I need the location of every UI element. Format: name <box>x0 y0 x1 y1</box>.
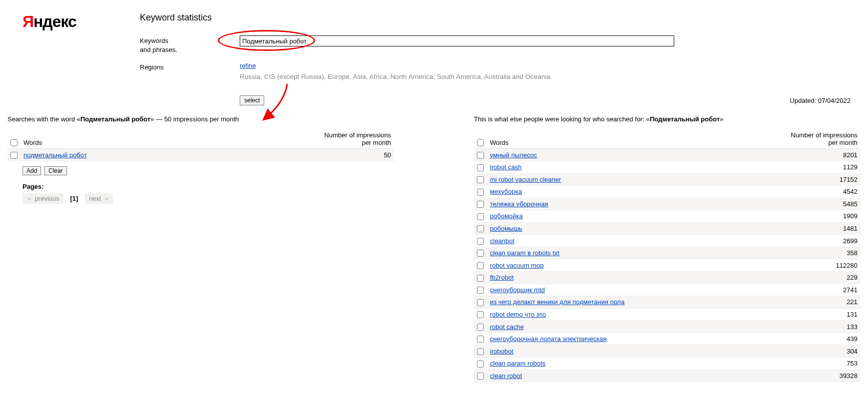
row-checkbox[interactable] <box>477 361 484 368</box>
keyword-link[interactable]: тележка уборочная <box>490 200 548 208</box>
table-row: тележка уборочная5485 <box>474 198 861 210</box>
keyword-link[interactable]: clean param в robots txt <box>490 249 559 257</box>
table-row: robot cache133 <box>474 321 861 333</box>
row-checkbox[interactable] <box>477 311 484 318</box>
table-row: мехуборка4542 <box>474 186 861 198</box>
impressions-value: 4542 <box>733 186 861 198</box>
keyword-link[interactable]: clean robot <box>490 372 522 380</box>
keyword-link[interactable]: снегоуборочная лопата электрическая <box>490 335 607 343</box>
keyword-link[interactable]: cleanbot <box>490 237 514 245</box>
table-row: снегоуборочная лопата электрическая439 <box>474 333 861 345</box>
table-row: mi robot vacuum cleaner17152 <box>474 173 861 186</box>
left-table: Words Number of impressionsper month под… <box>7 129 394 161</box>
keyword-link[interactable]: подметальный робот <box>23 151 87 159</box>
updated-text: Updated: 07/04/2022 <box>790 97 851 104</box>
impressions-value: 304 <box>733 345 861 358</box>
table-row: robot vacuum mop112280 <box>474 259 861 272</box>
impressions-value: 753 <box>733 357 861 370</box>
keyword-link[interactable]: clean param robots <box>490 360 545 367</box>
row-checkbox[interactable] <box>477 373 484 380</box>
right-select-all-checkbox[interactable] <box>477 139 484 146</box>
impressions-value: 1909 <box>733 210 861 223</box>
impressions-value: 229 <box>733 272 861 284</box>
row-checkbox[interactable] <box>477 201 484 208</box>
impressions-value: 221 <box>733 296 861 309</box>
impressions-value: 50 <box>203 149 394 161</box>
table-row: robot demo что это131 <box>474 308 861 321</box>
impressions-value: 8201 <box>733 149 861 161</box>
keyword-link[interactable]: снегоуборщик mtd <box>490 286 545 294</box>
right-col-impressions: Number of impressionsper month <box>733 129 861 149</box>
keyword-link[interactable]: robot vacuum mop <box>490 262 544 269</box>
keyword-link[interactable]: irobobot <box>490 348 513 355</box>
pages-label: Pages: <box>22 183 394 190</box>
table-row: подметальный робот50 <box>7 149 394 161</box>
right-col-words: Words <box>487 129 733 149</box>
refine-link[interactable]: refine <box>240 62 256 69</box>
table-row: снегоуборщик mtd2741 <box>474 284 861 296</box>
row-checkbox[interactable] <box>477 164 484 171</box>
table-row: clean robot39328 <box>474 370 861 382</box>
keyword-link[interactable]: умный пылесос <box>490 151 537 159</box>
table-row: fb2robot229 <box>474 272 861 284</box>
table-row: робомойка1909 <box>474 210 861 223</box>
left-select-all-checkbox[interactable] <box>10 139 17 146</box>
impressions-value: 358 <box>733 247 861 259</box>
table-row: irobot cash1129 <box>474 161 861 173</box>
keyword-link[interactable]: робомойка <box>490 212 523 220</box>
row-checkbox[interactable] <box>477 152 484 159</box>
table-row: clean param в robots txt358 <box>474 247 861 259</box>
impressions-value: 17152 <box>733 173 861 186</box>
keyword-link[interactable]: fb2robot <box>490 274 514 281</box>
pagination-previous[interactable]: ← previous <box>22 193 63 204</box>
keyword-link[interactable]: робомышь <box>490 225 522 232</box>
row-checkbox[interactable] <box>477 189 484 196</box>
row-checkbox[interactable] <box>477 262 484 269</box>
row-checkbox[interactable] <box>477 287 484 294</box>
add-button[interactable]: Add <box>22 166 41 175</box>
impressions-value: 39328 <box>733 370 861 382</box>
select-button[interactable]: select <box>240 95 264 105</box>
right-table: Words Number of impressionsper month умн… <box>474 129 861 382</box>
table-row: clean param robots753 <box>474 357 861 370</box>
row-checkbox[interactable] <box>477 336 484 343</box>
logo-letters: ндекс <box>33 12 76 30</box>
left-col-words: Words <box>20 129 203 149</box>
impressions-value: 439 <box>733 333 861 345</box>
keyword-link[interactable]: mi robot vacuum cleaner <box>490 176 561 183</box>
keyword-link[interactable]: robot demo что это <box>490 311 546 318</box>
row-checkbox[interactable] <box>477 348 484 355</box>
impressions-value: 1481 <box>733 222 861 235</box>
row-checkbox[interactable] <box>10 152 17 159</box>
pagination-next[interactable]: next → <box>85 193 113 204</box>
row-checkbox[interactable] <box>477 238 484 245</box>
keyword-input[interactable] <box>240 35 674 46</box>
table-row: робомышь1481 <box>474 222 861 235</box>
impressions-value: 112280 <box>733 259 861 272</box>
keyword-link[interactable]: robot cache <box>490 323 524 331</box>
logo-letter-ya: Я <box>22 12 33 30</box>
regions-list: Russia, CIS (except Russia), Europe, Asi… <box>240 73 861 80</box>
impressions-value: 1129 <box>733 161 861 173</box>
keyword-link[interactable]: irobot cash <box>490 163 522 171</box>
left-col-impressions: Number of impressionsper month <box>203 129 394 149</box>
row-checkbox[interactable] <box>477 213 484 220</box>
keyword-link[interactable]: мехуборка <box>490 188 522 195</box>
row-checkbox[interactable] <box>477 225 484 232</box>
row-checkbox[interactable] <box>477 250 484 257</box>
right-heading: This is what else people were looking fo… <box>474 115 861 123</box>
row-checkbox[interactable] <box>477 176 484 183</box>
row-checkbox[interactable] <box>477 299 484 306</box>
row-checkbox[interactable] <box>477 324 484 331</box>
row-checkbox[interactable] <box>477 275 484 282</box>
logo[interactable]: Яндекс <box>7 10 140 31</box>
page-title: Keyword statistics <box>140 12 861 23</box>
regions-label: Regions <box>140 62 240 72</box>
pagination-current: [1] <box>67 193 81 204</box>
impressions-value: 131 <box>733 308 861 321</box>
keyword-link[interactable]: из чего делают веники для подметания пол… <box>490 298 624 306</box>
clear-button[interactable]: Clear <box>44 166 67 175</box>
table-row: cleanbot2699 <box>474 235 861 247</box>
impressions-value: 133 <box>733 321 861 333</box>
left-heading: Searches with the word «Подметальный роб… <box>7 115 394 123</box>
